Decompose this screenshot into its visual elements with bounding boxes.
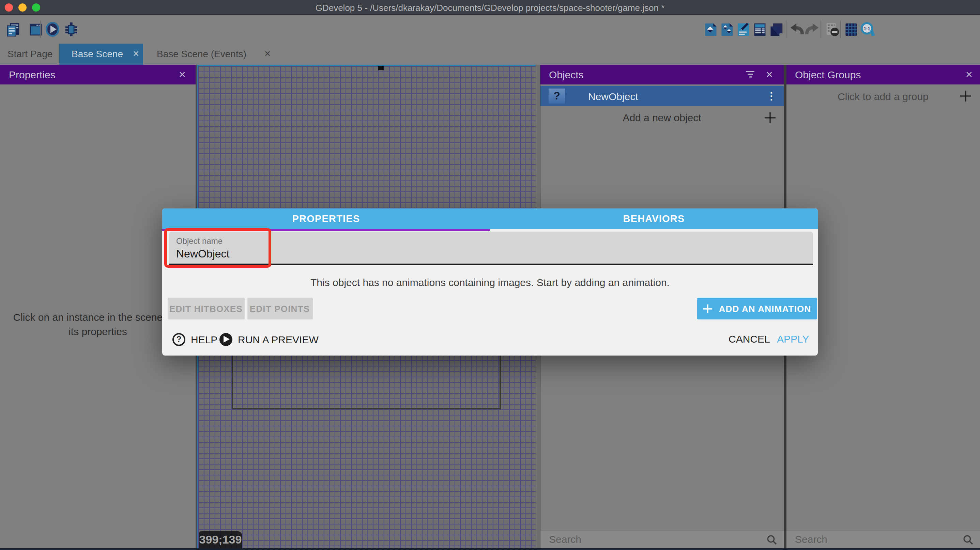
toolbar-separator <box>786 21 786 38</box>
close-tab-icon[interactable]: ✕ <box>132 49 139 59</box>
object-list-item-newobject[interactable]: ? NewObject ⋮ <box>540 86 784 106</box>
window-bottom-edge <box>0 548 980 550</box>
project-manager-icon <box>5 21 21 37</box>
instances-list-icon <box>752 21 767 37</box>
play-icon <box>220 333 232 346</box>
toggle-instances-panel-icon <box>824 21 840 37</box>
edit-points-button[interactable]: EDIT POINTS <box>247 298 312 319</box>
toolbar-separator <box>40 21 41 38</box>
grid-icon <box>844 21 859 37</box>
play-preview-icon <box>44 21 60 38</box>
add-object-icon <box>703 21 718 37</box>
close-tab-icon[interactable]: ✕ <box>264 49 271 59</box>
debug-button[interactable] <box>63 21 79 38</box>
plus-icon[interactable] <box>959 90 972 102</box>
close-properties-panel-icon[interactable]: ✕ <box>178 69 186 79</box>
add-object-group-button[interactable] <box>719 21 735 38</box>
apply-button[interactable]: APPLY <box>777 333 809 344</box>
start-page-icon <box>28 21 43 37</box>
close-object-groups-panel-icon[interactable]: ✕ <box>965 69 973 79</box>
add-new-object-row[interactable]: Add a new object <box>540 107 784 128</box>
add-object-button[interactable] <box>703 21 719 38</box>
project-manager-button[interactable] <box>5 21 21 38</box>
edit-hitboxes-button[interactable]: EDIT HITBOXES <box>168 298 244 319</box>
object-groups-panel-header: Object Groups ✕ <box>786 64 980 84</box>
close-objects-panel-icon[interactable]: ✕ <box>766 69 773 79</box>
layers-icon <box>769 21 784 37</box>
zoom-original-button[interactable]: 1:1 <box>859 21 876 38</box>
start-page-button[interactable] <box>27 21 44 38</box>
objects-panel-header: Objects ✕ <box>540 64 784 84</box>
dialog-actions-row: ? HELP RUN A PREVIEW CANCEL APPLY <box>162 329 818 355</box>
no-animations-message: This object has no animations containing… <box>162 276 818 288</box>
help-icon: ? <box>172 333 185 346</box>
run-preview-button[interactable] <box>44 21 60 38</box>
properties-panel-title: Properties <box>9 68 56 80</box>
add-object-group-icon <box>720 21 735 37</box>
dialog-tab-label: PROPERTIES <box>293 213 360 224</box>
tab-base-scene[interactable]: Base Scene ✕ <box>59 44 143 64</box>
object-editor-dialog: PROPERTIES BEHAVIORS Object name NewObje… <box>162 208 818 355</box>
debug-icon <box>63 21 79 37</box>
add-animation-button[interactable]: ADD AN ANIMATION <box>697 298 817 319</box>
svg-text:1:1: 1:1 <box>863 26 870 31</box>
toolbar-separator <box>840 21 841 38</box>
tab-base-scene-events[interactable]: Base Scene (Events) ✕ <box>143 44 271 64</box>
title-bar: GDevelop 5 - /Users/dkarakay/Documents/G… <box>0 0 980 15</box>
search-icon[interactable] <box>963 534 973 545</box>
tab-label: Base Scene <box>72 49 123 60</box>
plus-icon[interactable] <box>764 111 776 124</box>
search-icon[interactable] <box>766 534 776 545</box>
tab-label: Start Page <box>8 49 52 60</box>
dialog-tab-properties[interactable]: PROPERTIES <box>162 208 490 229</box>
redo-icon <box>804 21 819 37</box>
plus-icon <box>703 303 713 314</box>
tab-label: Base Scene (Events) <box>157 49 247 60</box>
objects-search-field[interactable]: Search <box>540 529 784 548</box>
search-placeholder: Search <box>795 533 827 545</box>
toolbar-separator <box>821 21 821 38</box>
dialog-tab-bar: PROPERTIES BEHAVIORS <box>162 208 818 229</box>
undo-button[interactable] <box>789 21 805 38</box>
edit-scene-properties-icon <box>736 21 751 37</box>
redo-button[interactable] <box>803 21 820 38</box>
tab-start-page[interactable]: Start Page <box>0 44 60 64</box>
add-new-object-label: Add a new object <box>622 112 701 123</box>
run-preview-dialog-button[interactable]: RUN A PREVIEW <box>220 333 318 346</box>
red-annotation-rect <box>164 228 271 268</box>
add-group-label: Click to add a group <box>838 90 929 102</box>
dialog-tab-behaviors[interactable]: BEHAVIORS <box>490 208 818 229</box>
toggle-grid-button[interactable] <box>843 21 859 38</box>
toggle-instances-panel-button[interactable] <box>824 21 840 38</box>
object-name-label: NewObject <box>588 90 638 102</box>
gdevelop-window: GDevelop 5 - /Users/dkarakay/Documents/G… <box>0 0 980 550</box>
search-placeholder: Search <box>549 533 581 545</box>
objects-panel-title: Objects <box>549 68 584 80</box>
cursor-coordinates-badge: 399;139 <box>199 531 242 549</box>
scene-top-handle <box>378 66 384 70</box>
filter-icon[interactable] <box>745 70 755 79</box>
add-group-row[interactable]: Click to add a group <box>786 86 980 106</box>
dialog-tab-label: BEHAVIORS <box>623 213 684 224</box>
zoom-1-1-icon: 1:1 <box>860 21 875 37</box>
main-toolbar: 1:1 <box>0 15 980 44</box>
window-title: GDevelop 5 - /Users/dkarakay/Documents/G… <box>0 3 980 13</box>
edit-scene-properties-button[interactable] <box>735 21 752 38</box>
open-instances-list-button[interactable] <box>752 21 768 38</box>
undo-icon <box>789 21 805 37</box>
object-groups-search-field[interactable]: Search <box>786 529 980 548</box>
object-groups-panel-title: Object Groups <box>795 68 861 80</box>
unknown-object-question-icon: ? <box>549 89 565 103</box>
object-row-menu-icon[interactable]: ⋮ <box>766 90 776 102</box>
cancel-button[interactable]: CANCEL <box>729 333 770 344</box>
help-button[interactable]: ? HELP <box>172 333 217 346</box>
properties-panel-header: Properties ✕ <box>0 64 196 84</box>
open-layers-button[interactable] <box>768 21 784 38</box>
editor-tab-bar: Start Page Base Scene ✕ Base Scene (Even… <box>0 44 980 64</box>
